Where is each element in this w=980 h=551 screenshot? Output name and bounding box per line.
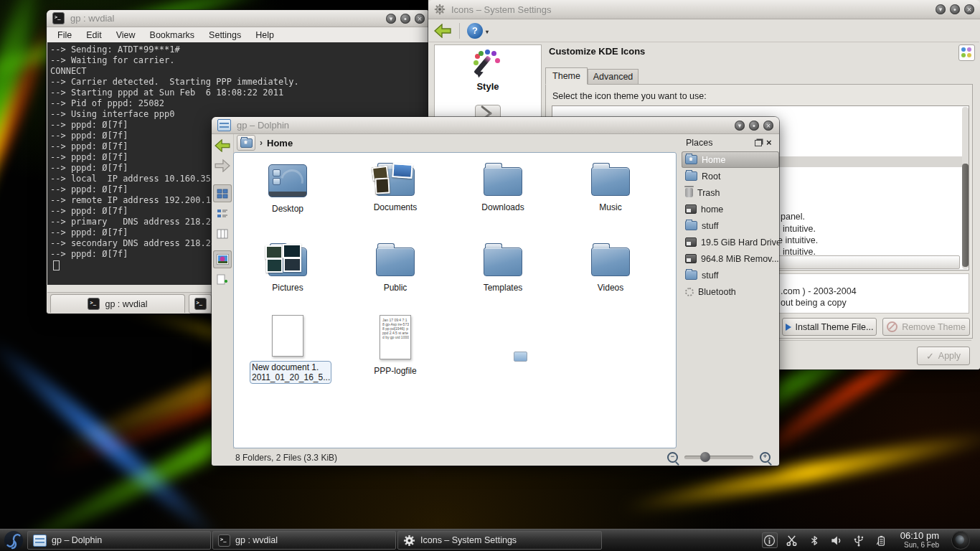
battery-icon[interactable] — [874, 533, 888, 547]
folder-item-pictures[interactable]: Pictures — [241, 240, 334, 293]
place-home-partition[interactable]: home — [682, 201, 779, 217]
task-label: gp – Dolphin — [52, 535, 102, 545]
terminal-titlebar[interactable]: gp : wvdial — [47, 10, 430, 27]
app-launcher-button[interactable] — [0, 529, 27, 551]
split-view-button[interactable] — [213, 270, 232, 288]
detach-panel-icon[interactable] — [755, 140, 762, 146]
new-tab-button[interactable] — [189, 294, 212, 314]
close-icon[interactable] — [763, 121, 773, 131]
place-root[interactable]: Root — [682, 168, 779, 184]
dolphin-titlebar[interactable]: gp – Dolphin — [212, 117, 779, 134]
details-view-button[interactable] — [213, 204, 232, 222]
file-item-new-document[interactable] — [241, 312, 334, 357]
volume-icon[interactable] — [829, 533, 844, 547]
theme-description-fragment: intuitive. — [783, 224, 816, 234]
dolphin-statusbar: 8 Folders, 2 Files (3.3 KiB) − + — [212, 449, 779, 466]
minimize-icon[interactable] — [735, 121, 745, 131]
minimize-icon[interactable] — [386, 14, 396, 24]
maximize-icon[interactable] — [400, 14, 410, 24]
task-konsole[interactable]: gp : wvdial — [212, 531, 396, 550]
folder-item-templates[interactable]: Templates — [456, 240, 550, 293]
terminal-tab-label: gp : wvdial — [105, 299, 147, 309]
usb-device-icon[interactable] — [852, 533, 866, 547]
file-view[interactable]: Desktop Documents Downloads Music — [233, 152, 677, 448]
maximize-icon[interactable] — [950, 4, 960, 14]
zoom-slider-knob[interactable] — [700, 452, 710, 462]
menu-help[interactable]: Help — [255, 30, 274, 40]
help-icon[interactable]: ?▾ — [467, 23, 483, 39]
home-folder-icon — [685, 155, 697, 164]
terminal-tab[interactable]: gp : wvdial — [50, 294, 185, 313]
folder-item-documents[interactable]: Documents — [349, 160, 442, 212]
folder-item-desktop[interactable]: Desktop — [241, 160, 334, 214]
selected-file-label[interactable]: New document 1. 2011_01_20_16_5... — [250, 361, 331, 384]
columns-view-icon — [217, 228, 228, 240]
taskbar: gp – Dolphin gp : wvdial Icons – System … — [0, 529, 980, 551]
menu-view[interactable]: View — [116, 30, 136, 40]
zoom-out-icon[interactable]: − — [667, 452, 678, 463]
status-text: 8 Folders, 2 Files (3.3 KiB) — [235, 453, 337, 463]
icons-view-button[interactable] — [213, 184, 232, 202]
place-bluetooth[interactable]: Bluetooth — [682, 283, 779, 300]
scrollbar-thumb[interactable] — [962, 164, 969, 267]
place-trash[interactable]: Trash — [682, 184, 779, 201]
place-home[interactable]: Home — [682, 151, 779, 168]
klipper-scissors-icon[interactable] — [785, 533, 799, 547]
tab-advanced[interactable]: Advanced — [588, 69, 639, 85]
back-button[interactable] — [213, 136, 232, 154]
menu-settings[interactable]: Settings — [209, 30, 241, 40]
apply-button[interactable]: ✓ Apply — [917, 347, 970, 365]
zoom-slider[interactable] — [684, 456, 753, 459]
theme-description-fragment: panel. — [781, 212, 805, 222]
info-icon[interactable] — [763, 533, 777, 547]
konsole-icon — [218, 534, 230, 547]
columns-view-button[interactable] — [213, 225, 232, 242]
file-item-ppp-logfile[interactable]: Jan 17 09:4 7:18 gp-Asp ire-5738 pp pd[1… — [349, 312, 442, 376]
close-icon[interactable] — [964, 4, 974, 14]
terminal-cursor — [53, 260, 60, 270]
folder-item-downloads[interactable]: Downloads — [456, 160, 550, 212]
tab-theme[interactable]: Theme — [545, 67, 588, 85]
task-system-settings[interactable]: Icons – System Settings — [397, 531, 602, 550]
place-removable[interactable]: 964.8 MiB Remov... — [682, 250, 779, 267]
preview-button[interactable] — [213, 250, 232, 268]
bluetooth-icon[interactable] — [807, 533, 821, 547]
clock[interactable]: 06:10 pm Sun, 6 Feb — [896, 531, 943, 550]
close-panel-icon[interactable] — [766, 138, 775, 147]
menu-file[interactable]: File — [57, 30, 72, 40]
terminal-line: --> Starting pppd at Sun Feb 6 18:08:22 … — [47, 88, 430, 98]
maximize-icon[interactable] — [749, 121, 759, 131]
settings-titlebar[interactable]: Icons – System Settings — [428, 0, 980, 19]
place-stuff[interactable]: stuff — [682, 217, 779, 234]
sidebar-item-style[interactable]: Style — [435, 45, 541, 92]
task-dolphin[interactable]: gp – Dolphin — [27, 531, 211, 550]
dolphin-toolbar — [212, 134, 234, 449]
settings-title: Icons – System Settings — [451, 4, 551, 15]
forward-button[interactable] — [213, 156, 232, 174]
overview-button[interactable] — [958, 44, 975, 61]
drive-icon — [685, 254, 697, 263]
clock-time: 06:10 pm — [900, 531, 939, 540]
panel-toolbox-icon[interactable] — [951, 531, 970, 550]
folder-item-videos[interactable]: Videos — [564, 240, 657, 293]
close-icon[interactable] — [415, 14, 425, 24]
remove-theme-button[interactable]: Remove Theme — [882, 318, 970, 336]
style-icon — [473, 51, 502, 78]
task-label: gp : wvdial — [235, 535, 278, 545]
minimize-icon[interactable] — [936, 4, 946, 14]
install-theme-button[interactable]: Install Theme File... — [782, 318, 877, 336]
breadcrumb-home-button[interactable] — [237, 135, 255, 151]
place-stuff-2[interactable]: stuff — [682, 267, 779, 283]
back-button[interactable] — [433, 22, 452, 39]
folder-item-music[interactable]: Music — [564, 160, 657, 212]
dolphin-icon — [33, 534, 47, 547]
folder-icon — [268, 248, 307, 276]
list-scrollbar[interactable] — [962, 107, 969, 269]
zoom-in-icon[interactable]: + — [760, 452, 771, 463]
apply-label: Apply — [938, 351, 961, 361]
folder-item-public[interactable]: Public — [349, 240, 442, 293]
menu-bookmarks[interactable]: Bookmarks — [150, 30, 195, 40]
menu-edit[interactable]: Edit — [86, 30, 102, 40]
place-hard-drive[interactable]: 19.5 GiB Hard Drive — [682, 234, 779, 250]
breadcrumb-home-label[interactable]: Home — [267, 138, 293, 149]
